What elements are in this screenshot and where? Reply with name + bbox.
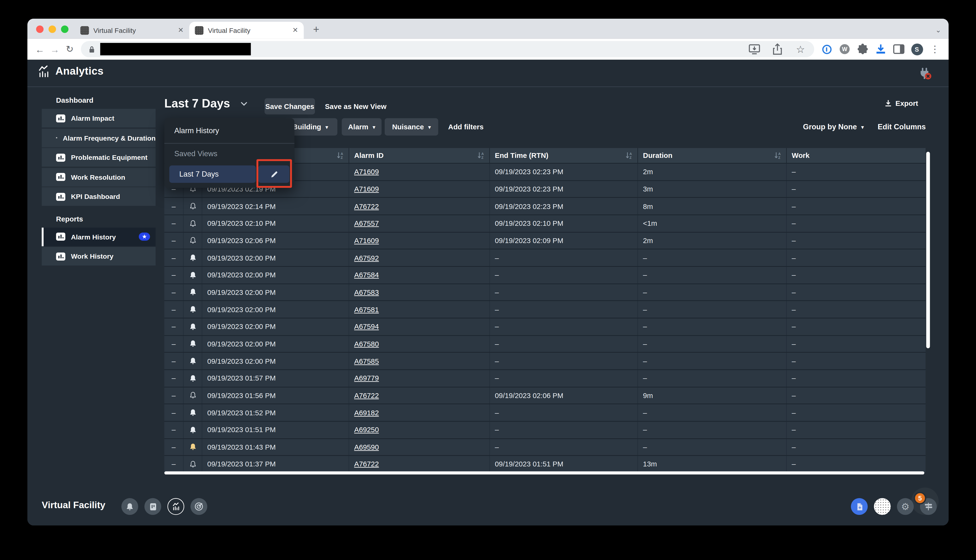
site-avatar[interactable]: [874, 498, 891, 515]
extensions-puzzle-icon[interactable]: [856, 43, 869, 55]
table-cell: 9m: [638, 387, 787, 403]
chevron-down-icon[interactable]: [240, 101, 247, 106]
edit-columns-button[interactable]: Edit Columns: [877, 118, 926, 135]
table-row[interactable]: –09/19/2023 02:14 PMA7672209/19/2023 02:…: [164, 197, 926, 215]
saved-view-item-selected[interactable]: Last 7 Days: [169, 165, 256, 183]
table-cell: 09/19/2023 02:06 PM: [202, 232, 349, 249]
table-row[interactable]: –09/19/2023 02:00 PMA67594–––: [164, 318, 926, 335]
bell-filled-icon: [189, 305, 196, 313]
view-title[interactable]: Last 7 Days: [164, 97, 247, 111]
alarm-id-link[interactable]: A76722: [354, 460, 379, 468]
minimize-window-button[interactable]: [48, 25, 56, 33]
share-icon[interactable]: [771, 43, 784, 55]
alarm-id-link[interactable]: A69779: [354, 375, 379, 382]
alarm-id-link[interactable]: A67581: [354, 306, 379, 313]
sort-icon[interactable]: AZ: [774, 152, 781, 159]
boards-app-button[interactable]: [144, 498, 161, 515]
table-row[interactable]: –09/19/2023 01:37 PMA7672209/19/2023 01:…: [164, 455, 926, 473]
settings-button[interactable]: ⚙: [897, 498, 914, 515]
alarm-id-link[interactable]: A76722: [354, 392, 379, 399]
address-bar[interactable]: ☆: [81, 41, 814, 57]
dropdown-report-name[interactable]: Alarm History: [164, 118, 294, 143]
sidebar-item-kpi-dashboard[interactable]: KPI Dashboard: [42, 187, 155, 206]
sidebar-item-work-resolution[interactable]: Work Resolution: [42, 167, 155, 186]
column-header-duration[interactable]: DurationAZ: [638, 148, 787, 163]
save-changes-button[interactable]: Save Changes: [265, 98, 315, 115]
table-row[interactable]: –09/19/2023 02:06 PMA7160909/19/2023 02:…: [164, 232, 926, 249]
bookmark-star-icon[interactable]: ☆: [794, 43, 807, 55]
sort-icon[interactable]: AZ: [626, 152, 633, 159]
target-app-button[interactable]: [191, 498, 207, 515]
analytics-app-button-active[interactable]: [167, 498, 184, 515]
tab-close-icon[interactable]: ✕: [292, 26, 298, 34]
column-header-alarm-id[interactable]: Alarm IDAZ: [349, 148, 490, 163]
alarm-id-link[interactable]: A67585: [354, 357, 379, 365]
table-row[interactable]: –09/19/2023 02:00 PMA67580–––: [164, 335, 926, 352]
install-app-icon[interactable]: [748, 43, 760, 55]
close-window-button[interactable]: [36, 25, 43, 33]
alarm-id-link[interactable]: A69182: [354, 409, 379, 416]
sidebar-item-alarm-frequency-duration[interactable]: Alarm Frequency & Duration: [42, 128, 155, 147]
tab-search-chevron-icon[interactable]: ⌄: [936, 26, 941, 34]
alarm-id-link[interactable]: A67592: [354, 254, 379, 262]
downloads-icon[interactable]: [875, 43, 887, 55]
table-row[interactable]: –09/19/2023 02:00 PMA67583–––: [164, 283, 926, 301]
alarms-app-button[interactable]: [121, 498, 138, 515]
new-document-button[interactable]: [851, 498, 868, 515]
sidebar-item-alarm-history[interactable]: Alarm History★: [42, 227, 155, 246]
column-header-end-time-rtn-[interactable]: End Time (RTN)AZ: [490, 148, 638, 163]
menu-kebab-icon[interactable]: ⋮: [929, 43, 941, 55]
sort-icon[interactable]: AZ: [337, 152, 344, 159]
side-panel-icon[interactable]: [892, 43, 905, 55]
table-row[interactable]: –09/19/2023 01:52 PMA69182–––: [164, 404, 926, 421]
sort-icon[interactable]: AZ: [478, 152, 485, 159]
alarm-id-link[interactable]: A67584: [354, 272, 379, 279]
table-row[interactable]: –09/19/2023 01:43 PMA69590–––: [164, 438, 926, 455]
table-cell: 09/19/2023 02:14 PM: [202, 198, 349, 215]
horizontal-scrollbar[interactable]: [164, 472, 924, 475]
favorite-star-badge[interactable]: ★: [139, 232, 150, 240]
table-row[interactable]: –09/19/2023 01:57 PMA69779–––: [164, 369, 926, 387]
vertical-scrollbar[interactable]: [926, 152, 930, 348]
new-tab-button[interactable]: +: [309, 22, 324, 37]
sidebar-item-alarm-impact[interactable]: Alarm Impact: [42, 109, 155, 128]
alarm-id-link[interactable]: A69250: [354, 426, 379, 433]
alarm-id-link[interactable]: A67580: [354, 340, 379, 347]
alarm-id-link[interactable]: A69590: [354, 443, 379, 451]
alarm-id-link[interactable]: A71609: [354, 237, 379, 244]
filter-chip-nuisance[interactable]: Nuisance▾: [385, 118, 438, 135]
browser-tab[interactable]: Virtual Facility ✕: [75, 22, 189, 38]
table-row[interactable]: –09/19/2023 01:56 PMA7672209/19/2023 02:…: [164, 387, 926, 404]
save-as-new-view-button[interactable]: Save as New View: [325, 98, 386, 115]
table-cell: [184, 215, 202, 232]
alarm-id-link[interactable]: A67583: [354, 288, 379, 296]
export-button[interactable]: Export: [884, 100, 918, 107]
table-row[interactable]: –09/19/2023 01:51 PMA69250–––: [164, 421, 926, 438]
add-filters-button[interactable]: Add filters: [448, 118, 483, 135]
forward-button[interactable]: →: [47, 42, 62, 57]
alarm-id-link[interactable]: A76722: [354, 203, 379, 210]
browser-tab-active[interactable]: Virtual Facility ✕: [189, 22, 304, 38]
table-row[interactable]: –09/19/2023 02:00 PMA67592–––: [164, 249, 926, 266]
sidebar-item-problematic-equipment[interactable]: Problematic Equipment: [42, 148, 155, 167]
alarm-id-link[interactable]: A67594: [354, 323, 379, 330]
back-button[interactable]: ←: [32, 42, 47, 57]
profile-avatar[interactable]: S: [911, 43, 923, 55]
table-row[interactable]: –09/19/2023 02:00 PMA67584–––: [164, 266, 926, 283]
w-extension-icon[interactable]: W: [838, 43, 851, 55]
column-header-work[interactable]: Work: [787, 148, 925, 163]
reload-button[interactable]: ↻: [62, 42, 77, 57]
group-by-button[interactable]: Group by None▾: [803, 118, 864, 135]
tab-close-icon[interactable]: ✕: [178, 26, 184, 34]
table-row[interactable]: –09/19/2023 02:10 PMA6755709/19/2023 02:…: [164, 215, 926, 232]
password-manager-icon[interactable]: [821, 43, 833, 55]
filter-chip-alarm[interactable]: Alarm▾: [342, 118, 382, 135]
bell-filled-icon: [189, 288, 196, 296]
sidebar-item-work-history[interactable]: Work History: [42, 247, 155, 266]
alarm-id-link[interactable]: A71609: [354, 168, 379, 176]
table-row[interactable]: –09/19/2023 02:00 PMA67585–––: [164, 352, 926, 370]
table-row[interactable]: –09/19/2023 02:00 PMA67581–––: [164, 301, 926, 318]
zoom-window-button[interactable]: [61, 25, 69, 33]
alarm-id-link[interactable]: A67557: [354, 220, 379, 227]
alarm-id-link[interactable]: A71609: [354, 185, 379, 193]
